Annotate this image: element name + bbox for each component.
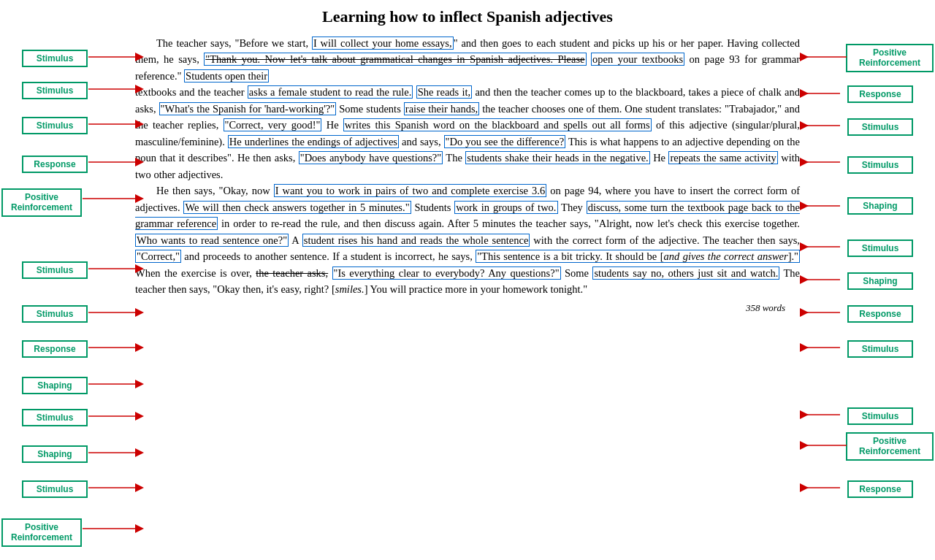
label-stimulus-l2[interactable]: Stimulus (22, 82, 88, 99)
content-area: The teacher says, "Before we start, I wi… (135, 35, 800, 315)
label-posreinf-r11[interactable]: PositiveReinforcement (846, 432, 934, 461)
highlight-14: students shake their heads in the negati… (465, 151, 649, 164)
highlight-20: Who wants to read sentence one?" (135, 234, 289, 247)
label-response-r12[interactable]: Response (847, 480, 913, 498)
label-posreinf-r1[interactable]: PositiveReinforcement (846, 44, 934, 72)
highlight-17: We will then check answers together in 5… (183, 201, 411, 214)
strikethrough-1: the teacher asks, (256, 267, 328, 279)
highlight-6: She reads it, (416, 85, 473, 99)
highlight-22: "Correct," (135, 250, 181, 263)
highlight-13: "Does anybody have questions?" (299, 151, 443, 164)
label-stimulus-r10[interactable]: Stimulus (847, 407, 913, 425)
label-stimulus-l7[interactable]: Stimulus (22, 305, 88, 323)
label-shaping-l11[interactable]: Shaping (22, 445, 88, 463)
label-posreinf-l5[interactable]: PositiveReinforcement (1, 188, 82, 217)
label-stimulus-r3[interactable]: Stimulus (847, 118, 913, 136)
highlight-21: student rises his hand and reads the who… (302, 234, 530, 247)
label-stimulus-l6[interactable]: Stimulus (22, 261, 88, 279)
word-count: 358 words (135, 301, 800, 315)
label-response-r2[interactable]: Response (847, 85, 913, 103)
highlight-16: I want you to work in pairs of two and c… (274, 184, 546, 197)
highlight-9: "Correct, very good!" (224, 118, 322, 131)
highlight-18: work in groups of two. (454, 201, 557, 214)
highlight-8: raise their hands, (404, 102, 479, 115)
highlight-24: "Is everything clear to everybody? Any q… (332, 266, 561, 280)
label-posreinf-l13[interactable]: PositiveReinforcement (1, 518, 82, 547)
page-title: Learning how to inflect Spanish adjectiv… (0, 7, 935, 26)
highlight-10: writes this Spanish word on the blackboa… (343, 118, 652, 131)
highlight-4: Students open their (184, 69, 269, 83)
label-stimulus-r4[interactable]: Stimulus (847, 156, 913, 174)
label-shaping-r7[interactable]: Shaping (847, 272, 913, 290)
highlight-2: "Thank you. Now let's talk about grammat… (204, 53, 586, 66)
highlight-12: "Do you see the difference? (444, 135, 566, 148)
label-response-l4[interactable]: Response (22, 156, 88, 173)
label-stimulus-l1[interactable]: Stimulus (22, 50, 88, 67)
highlight-1: I will collect your home essays, (312, 37, 454, 50)
label-shaping-l9[interactable]: Shaping (22, 377, 88, 394)
highlight-3: open your textbooks (591, 53, 684, 66)
highlight-15: repeats the same activity (668, 151, 777, 164)
highlight-7: "What's the Spanish for 'hard-working'?" (159, 102, 337, 115)
highlight-11: He underlines the endings of adjectives (228, 135, 399, 148)
highlight-23: "This sentence is a bit tricky. It shoul… (476, 250, 800, 263)
label-stimulus-l10[interactable]: Stimulus (22, 409, 88, 426)
label-stimulus-r6[interactable]: Stimulus (847, 239, 913, 257)
label-response-l8[interactable]: Response (22, 340, 88, 358)
label-response-r8[interactable]: Response (847, 305, 913, 323)
label-stimulus-l12[interactable]: Stimulus (22, 480, 88, 498)
label-shaping-r5[interactable]: Shaping (847, 197, 913, 215)
page: Learning how to inflect Spanish adjectiv… (0, 0, 935, 560)
label-stimulus-l3[interactable]: Stimulus (22, 117, 88, 134)
highlight-25: students say no, others just sit and wat… (592, 266, 779, 280)
text-block: The teacher says, "Before we start, I wi… (135, 35, 800, 298)
label-stimulus-r9[interactable]: Stimulus (847, 340, 913, 358)
highlight-5: asks a female student to read the rule. (248, 85, 413, 99)
